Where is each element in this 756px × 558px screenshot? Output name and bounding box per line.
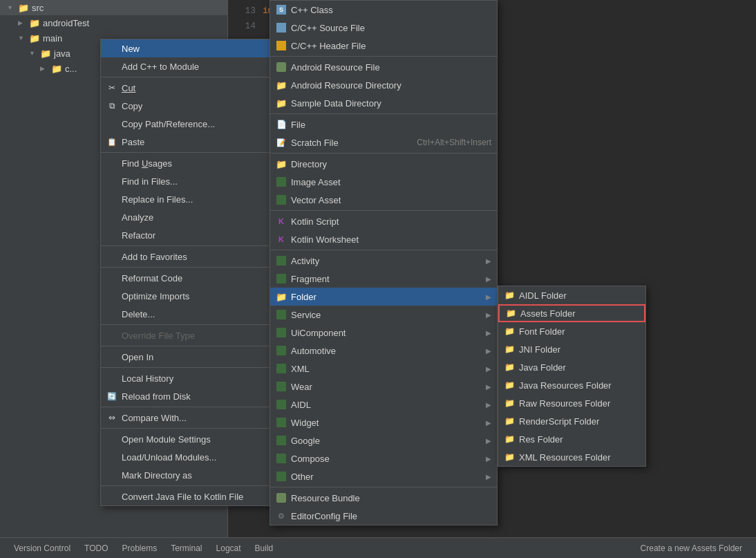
new-submenu-item-android-res[interactable]: Android Resource File — [270, 58, 497, 76]
folder-submenu-item-xml-res[interactable]: 📁 XML Resources Folder — [498, 448, 645, 466]
new-submenu-item-resource-bundle[interactable]: Resource Bundle — [270, 489, 497, 507]
folder-submenu-item-font[interactable]: 📁 Font Folder — [498, 322, 645, 340]
new-submenu-item-folder[interactable]: 📁 Folder ▶ — [270, 288, 497, 306]
new-submenu-item-editorconfig[interactable]: ⚙ EditorConfig File — [270, 507, 497, 525]
new-submenu-item-cpp-src[interactable]: C/C++ Source File — [270, 19, 497, 37]
expand-icon: ▶ — [40, 65, 51, 72]
vector-asset-icon — [276, 194, 287, 205]
status-tab-problems[interactable]: Problems — [115, 538, 164, 558]
separator — [270, 487, 497, 487]
sample-dir-icon: 📁 — [276, 97, 287, 109]
new-submenu-item-fragment[interactable]: Fragment ▶ — [270, 270, 497, 288]
mark-dir-icon — [106, 469, 117, 481]
menu-item-label: Local History — [122, 373, 173, 384]
new-submenu-item-compose[interactable]: Compose ▶ — [270, 449, 497, 467]
separator — [270, 250, 497, 250]
menu-item-label: C/C++ Source File — [291, 23, 365, 33]
menu-item-label: Copy Path/Reference... — [122, 119, 215, 129]
menu-item-label: Assets Folder — [520, 308, 575, 319]
new-submenu-item-uicomponent[interactable]: UiComponent ▶ — [270, 324, 497, 342]
new-submenu-item-file[interactable]: 📄 File — [270, 115, 497, 133]
kotlin-ws-icon: K — [276, 234, 287, 245]
cpp-hdr-icon — [276, 40, 287, 51]
new-submenu-item-android-dir[interactable]: 📁 Android Resource Directory — [270, 76, 497, 94]
menu-item-label: Java Resources Folder — [519, 380, 612, 391]
new-submenu-item-scratch[interactable]: 📝 Scratch File Ctrl+Alt+Shift+Insert — [270, 133, 497, 151]
new-submenu-item-widget[interactable]: Widget ▶ — [270, 413, 497, 431]
android-res-icon — [276, 62, 287, 73]
new-submenu-item-activity[interactable]: Activity ▶ — [270, 252, 497, 270]
folder-submenu-item-jni[interactable]: 📁 JNI Folder — [498, 340, 645, 358]
sidebar-item-androidtest[interactable]: ▶ 📁 androidTest — [0, 15, 227, 30]
status-tab-version-control[interactable]: Version Control — [7, 538, 77, 558]
arrow-icon: ▶ — [486, 257, 491, 265]
new-submenu-item-service[interactable]: Service ▶ — [270, 306, 497, 324]
new-submenu-item-image-asset[interactable]: Image Asset — [270, 173, 497, 191]
tab-label: Build — [255, 543, 274, 553]
status-tab-todo[interactable]: TODO — [77, 538, 115, 558]
status-tab-build[interactable]: Build — [248, 538, 281, 558]
menu-item-label: Android Resource Directory — [291, 80, 401, 91]
folder-submenu-item-raw-res[interactable]: 📁 Raw Resources Folder — [498, 394, 645, 412]
new-submenu-item-automotive[interactable]: Automotive ▶ — [270, 342, 497, 360]
new-submenu-item-xml[interactable]: XML ▶ — [270, 360, 497, 378]
menu-item-label: Delete... — [122, 309, 155, 319]
new-submenu-item-directory[interactable]: 📁 Directory — [270, 155, 497, 173]
menu-item-label: Copy — [122, 101, 142, 111]
menu-item-label: AIDL — [291, 400, 311, 410]
menu-item-label: XML Resources Folder — [519, 452, 610, 463]
tab-label: Version Control — [14, 543, 70, 553]
menu-item-label: Open In — [122, 352, 153, 362]
find-usages-icon — [106, 158, 117, 169]
folder-submenu: 📁 AIDL Folder 📁 Assets Folder 📁 Font Fol… — [498, 286, 646, 467]
new-submenu-item-kotlin-script[interactable]: K Kotlin Script — [270, 212, 497, 230]
new-submenu-item-other[interactable]: Other ▶ — [270, 467, 497, 485]
menu-item-label: Android Resource File — [291, 62, 380, 73]
new-submenu-item-vector-asset[interactable]: Vector Asset — [270, 191, 497, 209]
status-tab-logcat[interactable]: Logcat — [209, 538, 248, 558]
folder-submenu-item-assets[interactable]: 📁 Assets Folder — [498, 304, 645, 322]
new-submenu-item-aidl[interactable]: AIDL ▶ — [270, 396, 497, 413]
sidebar-item-src[interactable]: ▼ 📁 src — [0, 0, 227, 15]
expand-icon: ▼ — [18, 35, 29, 41]
new-submenu-item-cpp-class[interactable]: S C++ Class — [270, 1, 497, 19]
new-submenu-item-sample-dir[interactable]: 📁 Sample Data Directory — [270, 94, 497, 112]
new-submenu-item-wear[interactable]: Wear ▶ — [270, 378, 497, 396]
folder-submenu-item-aidl[interactable]: 📁 AIDL Folder — [498, 286, 645, 304]
menu-item-label: Reload from Disk — [122, 391, 191, 402]
menu-item-label: Refactor — [122, 230, 155, 241]
menu-item-label: Paste — [122, 137, 144, 147]
new-submenu-item-google[interactable]: Google ▶ — [270, 431, 497, 449]
cpp-src-icon — [276, 22, 287, 33]
menu-item-label: RenderScript Folder — [519, 416, 599, 427]
folder-submenu-item-java-res[interactable]: 📁 Java Resources Folder — [498, 376, 645, 394]
uicomponent-icon — [276, 327, 287, 338]
menu-item-label: Directory — [291, 159, 327, 169]
arrow-icon: ▶ — [486, 401, 491, 409]
compare-icon: ⇔ — [106, 412, 117, 423]
new-submenu-item-kotlin-worksheet[interactable]: K Kotlin Worksheet — [270, 230, 497, 248]
menu-item-label: Widget — [291, 418, 319, 428]
java-res-folder-icon: 📁 — [504, 380, 515, 391]
arrow-icon: ▶ — [486, 455, 491, 463]
new-submenu-item-cpp-hdr[interactable]: C/C++ Header File — [270, 37, 497, 55]
cut-icon: ✂ — [106, 82, 117, 93]
menu-item-label: Override File Type — [122, 331, 195, 341]
new-submenu: S C++ Class C/C++ Source File C/C++ Head… — [270, 0, 498, 526]
folder-submenu-item-res[interactable]: 📁 Res Folder — [498, 430, 645, 448]
folder-icon: 📁 — [18, 2, 29, 13]
menu-item-label: Vector Asset — [291, 195, 341, 205]
folder-submenu-item-renderscript[interactable]: 📁 RenderScript Folder — [498, 412, 645, 430]
replace-files-icon — [106, 194, 117, 205]
menu-item-label: New — [122, 44, 140, 54]
activity-icon — [276, 255, 287, 266]
menu-item-label: AIDL Folder — [519, 290, 567, 301]
compose-icon — [276, 453, 287, 464]
renderscript-folder-icon: 📁 — [504, 416, 515, 427]
folder-submenu-item-java[interactable]: 📁 Java Folder — [498, 358, 645, 376]
menu-item-label: Load/Unload Modules... — [122, 452, 216, 463]
menu-item-label: Res Folder — [519, 434, 563, 445]
menu-item-label: Optimize Imports — [122, 291, 189, 301]
status-tab-terminal[interactable]: Terminal — [164, 538, 209, 558]
menu-item-label: Convert Java File to Kotlin File — [122, 492, 243, 502]
